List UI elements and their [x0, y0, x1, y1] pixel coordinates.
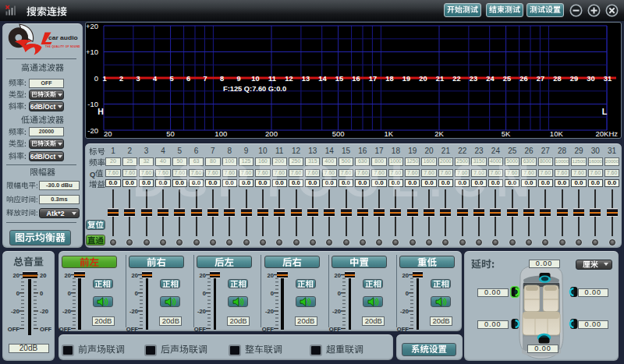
svg-text:22: 22 — [452, 75, 460, 83]
svg-text:7: 7 — [203, 75, 207, 83]
svg-text:0: 0 — [68, 290, 71, 297]
svg-text:-20: -20 — [129, 308, 138, 315]
svg-text:200: 200 — [265, 129, 278, 138]
svg-text:OFF: OFF — [397, 326, 410, 333]
svg-text:-20: -20 — [332, 308, 341, 315]
svg-text:9: 9 — [236, 75, 240, 83]
svg-text:6: 6 — [186, 75, 190, 83]
svg-text:19: 19 — [402, 75, 410, 83]
svg-text:20: 20 — [64, 272, 70, 279]
svg-text:20: 20 — [200, 272, 206, 279]
svg-text:OFF: OFF — [262, 326, 275, 333]
svg-text:3: 3 — [136, 75, 140, 83]
svg-text:0: 0 — [406, 290, 409, 297]
svg-text:100: 100 — [214, 129, 227, 138]
svg-text:20: 20 — [104, 129, 112, 138]
svg-text:20: 20 — [40, 272, 46, 279]
svg-text:11: 11 — [268, 75, 276, 83]
svg-text:27: 27 — [537, 75, 544, 83]
svg-text:-20: -20 — [62, 308, 71, 315]
svg-text:-20: -20 — [40, 308, 48, 315]
svg-text:21: 21 — [436, 75, 444, 83]
svg-text:17: 17 — [369, 75, 377, 83]
svg-text:26: 26 — [519, 75, 527, 83]
svg-text:0: 0 — [270, 290, 273, 297]
svg-text:29: 29 — [570, 75, 578, 83]
svg-text:20: 20 — [402, 272, 408, 279]
svg-text:16: 16 — [352, 75, 360, 83]
svg-text:+10: +10 — [86, 48, 98, 56]
svg-text:1: 1 — [102, 75, 106, 83]
svg-text:15: 15 — [335, 75, 343, 83]
svg-text:500: 500 — [332, 129, 345, 138]
svg-text:24: 24 — [486, 75, 495, 83]
svg-text:H: H — [98, 107, 104, 116]
svg-text:28: 28 — [553, 75, 561, 83]
svg-text:0: 0 — [16, 290, 20, 297]
svg-text:0: 0 — [40, 290, 43, 297]
svg-text:10: 10 — [251, 75, 259, 83]
svg-text:8: 8 — [220, 75, 224, 83]
svg-text:31: 31 — [604, 75, 612, 83]
svg-text:OFF: OFF — [329, 326, 342, 333]
svg-text:-20: -20 — [400, 308, 409, 315]
svg-text:20: 20 — [419, 75, 427, 83]
svg-text:-10: -10 — [87, 100, 98, 108]
svg-text:0: 0 — [338, 290, 341, 297]
svg-text:0: 0 — [135, 290, 138, 297]
svg-text:20: 20 — [132, 272, 138, 279]
svg-text:OFF: OFF — [8, 326, 20, 333]
svg-text:18: 18 — [385, 75, 393, 83]
svg-text:5: 5 — [169, 75, 173, 83]
svg-text:-20: -20 — [265, 308, 274, 315]
svg-text:OFF: OFF — [194, 326, 207, 333]
svg-text:-20: -20 — [11, 308, 20, 315]
svg-text:50: 50 — [166, 129, 175, 138]
svg-text:13: 13 — [302, 75, 310, 83]
svg-text:23: 23 — [470, 75, 477, 83]
svg-text:20KHz: 20KHz — [595, 129, 618, 138]
svg-text:12: 12 — [285, 75, 292, 83]
svg-text:2K: 2K — [434, 129, 444, 138]
svg-text:4: 4 — [153, 75, 158, 83]
svg-text:-20: -20 — [197, 308, 206, 315]
svg-text:0: 0 — [203, 290, 206, 297]
svg-text:OFF: OFF — [40, 326, 51, 333]
svg-text:14: 14 — [318, 75, 327, 83]
svg-text:10K: 10K — [550, 129, 564, 138]
svg-text:-20: -20 — [87, 126, 98, 135]
svg-text:20: 20 — [267, 272, 273, 279]
svg-text:OFF: OFF — [126, 326, 139, 333]
svg-text:L: L — [602, 107, 608, 116]
svg-text:5K: 5K — [502, 129, 511, 138]
svg-text:+20: +20 — [86, 23, 98, 30]
svg-text:25: 25 — [503, 75, 511, 83]
svg-text:OFF: OFF — [59, 326, 72, 333]
svg-text:0: 0 — [94, 74, 98, 83]
svg-text:F:125 Q:7.60 G:0.0: F:125 Q:7.60 G:0.0 — [223, 85, 286, 93]
svg-text:2: 2 — [119, 75, 123, 83]
svg-text:1K: 1K — [384, 129, 393, 138]
svg-text:30: 30 — [587, 75, 594, 83]
svg-text:20: 20 — [335, 272, 341, 279]
svg-text:20: 20 — [13, 272, 20, 279]
